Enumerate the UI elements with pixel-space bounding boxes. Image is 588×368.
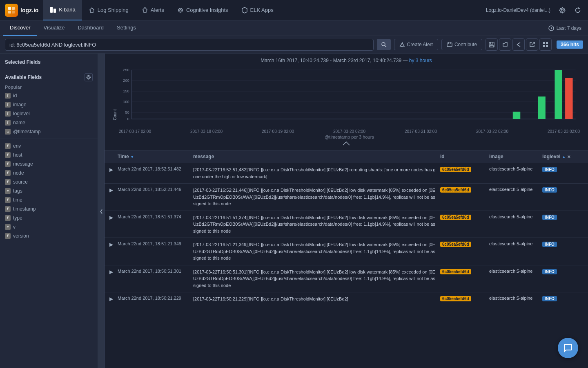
svg-rect-2 bbox=[8, 11, 11, 13]
main-layout: Selected Fields Available Fields Popular… bbox=[0, 54, 588, 368]
tab-dashboard[interactable]: Dashboard bbox=[71, 20, 110, 36]
time-range-label[interactable]: Last 7 days bbox=[557, 25, 581, 31]
row-loglevel: INFO bbox=[542, 214, 583, 220]
contribute-icon bbox=[447, 42, 452, 47]
contribute-button[interactable]: Contribute bbox=[441, 39, 482, 50]
sidebar-field-type[interactable]: f type bbox=[0, 213, 98, 222]
field-type-f4-icon: f bbox=[5, 120, 11, 126]
sidebar-field-node[interactable]: f node bbox=[0, 168, 98, 177]
nav-user[interactable]: Logz.io-DanielDev4 (daniel...) bbox=[483, 7, 554, 13]
loglevel-remove-icon[interactable]: ✕ bbox=[567, 155, 570, 159]
svg-text:50: 50 bbox=[125, 110, 129, 114]
sidebar-field-message[interactable]: f message bbox=[0, 159, 98, 168]
chart-svg: 250 200 150 100 50 0 bbox=[119, 66, 580, 127]
svg-text:100: 100 bbox=[123, 100, 129, 104]
create-alert-label: Create Alert bbox=[407, 42, 433, 47]
field-timestamp2-type-icon: f bbox=[5, 206, 11, 212]
row-expand-icon[interactable]: ▶ bbox=[109, 214, 118, 220]
external-link-icon bbox=[529, 42, 535, 47]
table-row[interactable]: ▶ March 22nd 2017, 18:50:21.229 [2017-03… bbox=[105, 292, 588, 306]
external-icon-btn[interactable] bbox=[526, 38, 538, 51]
chat-bubble[interactable] bbox=[558, 338, 578, 358]
tab-settings[interactable]: Settings bbox=[110, 20, 143, 36]
refresh-icon-btn[interactable] bbox=[571, 3, 585, 17]
logo-icon bbox=[5, 4, 18, 17]
field-version-type-icon: f bbox=[5, 233, 11, 239]
th-image: image bbox=[489, 154, 542, 159]
svg-point-10 bbox=[382, 43, 385, 46]
tab-visualize[interactable]: Visualize bbox=[37, 20, 71, 36]
row-image: elasticsearch:5-alpine bbox=[489, 269, 542, 274]
search-icon bbox=[381, 42, 387, 47]
search-input[interactable] bbox=[5, 39, 374, 51]
th-id: id bbox=[440, 154, 489, 159]
sidebar-field-name[interactable]: f name bbox=[0, 118, 98, 127]
row-expand-icon[interactable]: ▶ bbox=[109, 269, 118, 275]
sidebar-field-v[interactable]: # v bbox=[0, 222, 98, 231]
sidebar-collapse-btn[interactable]: ❮ bbox=[98, 54, 105, 368]
svg-rect-34 bbox=[565, 78, 572, 119]
table-row[interactable]: ▶ March 22nd 2017, 18:50:51.301 [2017-03… bbox=[105, 265, 588, 293]
available-fields-section: Available Fields Popular f id f image f … bbox=[0, 70, 98, 242]
refresh-icon bbox=[575, 7, 581, 13]
logo-area: logz.io bbox=[0, 4, 43, 17]
row-id: 6c05ea5efd6d bbox=[440, 166, 489, 172]
svg-rect-1 bbox=[12, 7, 15, 10]
sidebar-field-tags[interactable]: # tags bbox=[0, 186, 98, 195]
sidebar-field-timestamp2[interactable]: f timestamp bbox=[0, 204, 98, 213]
nav-item-elk-apps[interactable]: ELK Apps bbox=[235, 0, 280, 20]
gear-icon-btn[interactable] bbox=[85, 73, 93, 81]
collapse-chart-btn[interactable] bbox=[113, 139, 580, 148]
table-container: Time ▼ message id image loglevel ▲ ✕ ▶ M… bbox=[105, 150, 588, 306]
level-badge: INFO bbox=[542, 215, 557, 220]
sidebar-field-loglevel[interactable]: f loglevel bbox=[0, 109, 98, 118]
sidebar-field-timestamp[interactable]: ⊙ @timestamp bbox=[0, 127, 98, 136]
contribute-label: Contribute bbox=[454, 42, 477, 47]
row-message: [2017-03-22T16:51:51,374][INFO ][o.e.c.r… bbox=[193, 214, 440, 235]
sidebar-field-env[interactable]: f env bbox=[0, 141, 98, 150]
open-icon-btn[interactable] bbox=[499, 38, 511, 51]
grid-icon-btn[interactable] bbox=[539, 38, 552, 51]
field-message-label: message bbox=[13, 161, 33, 167]
field-type-type-icon: f bbox=[5, 215, 11, 221]
x-axis-label: @timestamp per 3 hours bbox=[119, 134, 580, 139]
tab-discover[interactable]: Discover bbox=[3, 20, 37, 36]
sidebar-field-host[interactable]: f host bbox=[0, 150, 98, 159]
nav-item-log-shipping[interactable]: Log Shipping bbox=[82, 0, 135, 20]
field-type-f2-icon: f bbox=[5, 102, 11, 108]
sidebar-field-time[interactable]: f time bbox=[0, 195, 98, 204]
svg-rect-33 bbox=[555, 70, 562, 119]
table-row[interactable]: ▶ March 22nd 2017, 18:51:21.349 [2017-03… bbox=[105, 238, 588, 265]
sidebar-field-source[interactable]: f source bbox=[0, 177, 98, 186]
sidebar-field-image[interactable]: f image bbox=[0, 100, 98, 109]
sidebar-field-version[interactable]: f version bbox=[0, 231, 98, 240]
save-icon-btn[interactable] bbox=[486, 38, 498, 51]
chart-by-link[interactable]: by 3 hours bbox=[409, 58, 432, 63]
row-expand-icon[interactable]: ▶ bbox=[109, 187, 118, 193]
row-expand-icon[interactable]: ▶ bbox=[109, 241, 118, 247]
table-row[interactable]: ▶ March 22nd 2017, 18:51:51.374 [2017-03… bbox=[105, 211, 588, 238]
row-expand-icon[interactable]: ▶ bbox=[109, 296, 118, 302]
nav-item-alerts[interactable]: Alerts bbox=[135, 0, 171, 20]
row-message: [2017-03-22T16:52:21,446][INFO ][o.e.c.r… bbox=[193, 187, 440, 207]
field-type-clock-icon: ⊙ bbox=[5, 129, 11, 135]
popular-label: Popular bbox=[0, 83, 98, 91]
kibana-label: Kibana bbox=[59, 7, 75, 13]
row-time: March 22nd 2017, 18:52:51.482 bbox=[118, 166, 193, 171]
create-alert-button[interactable]: Create Alert bbox=[394, 39, 438, 50]
row-expand-icon[interactable]: ▶ bbox=[109, 166, 118, 173]
loglevel-sort-icon[interactable]: ▲ bbox=[562, 155, 566, 159]
th-time[interactable]: Time ▼ bbox=[118, 154, 193, 159]
table-row[interactable]: ▶ March 22nd 2017, 18:52:21.446 [2017-03… bbox=[105, 184, 588, 211]
share-icon-btn[interactable] bbox=[512, 38, 525, 51]
svg-text:0: 0 bbox=[127, 117, 129, 121]
nav-item-kibana[interactable]: Kibana bbox=[43, 0, 82, 20]
table-row[interactable]: ▶ March 22nd 2017, 18:52:51.482 [2017-03… bbox=[105, 163, 588, 184]
sidebar-field-id[interactable]: f id bbox=[0, 91, 98, 100]
svg-text:150: 150 bbox=[123, 89, 129, 93]
nav-item-cognitive-insights[interactable]: Cognitive Insights bbox=[171, 0, 235, 20]
field-version-label: version bbox=[13, 233, 29, 239]
search-button[interactable] bbox=[377, 39, 391, 50]
settings-icon-btn[interactable] bbox=[555, 3, 569, 17]
svg-rect-13 bbox=[543, 42, 545, 44]
